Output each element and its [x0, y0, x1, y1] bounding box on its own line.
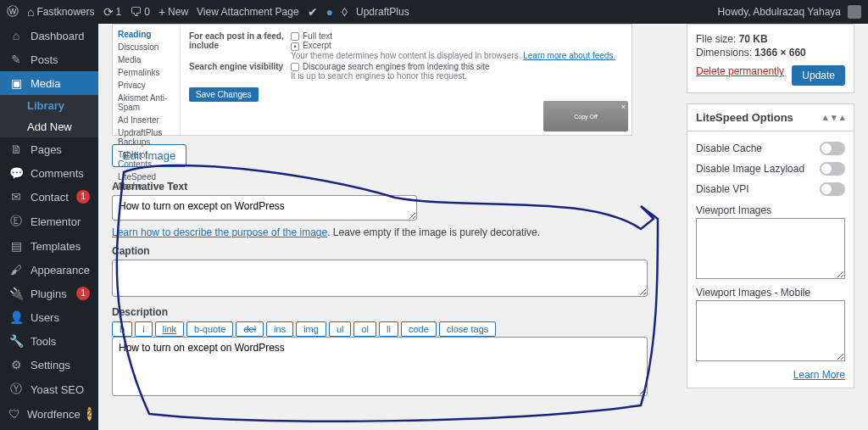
menu-elementor[interactable]: ⒺElementor: [0, 209, 98, 234]
menu-media[interactable]: ▣Media: [0, 71, 98, 95]
tab-akismet[interactable]: Akismet Anti-Spam: [113, 92, 180, 114]
learn-more-link[interactable]: Learn More: [793, 369, 845, 381]
chevron-down-icon[interactable]: ▾: [832, 112, 837, 123]
avatar[interactable]: [848, 5, 861, 19]
tab-litespeed[interactable]: LiteSpeed Cache: [113, 170, 180, 193]
attachment-preview: Reading Discussion Media Permalinks Priv…: [112, 24, 632, 136]
tab-ad-inserter[interactable]: Ad Inserter: [113, 114, 180, 126]
admin-sidebar: ⌂Dashboard ✎Posts ▣Media Library Add New…: [0, 24, 98, 430]
radio-excerpt[interactable]: [291, 42, 299, 51]
view-attachment[interactable]: View Attachment Page: [197, 6, 299, 18]
fulltext-label: Full text: [303, 31, 332, 41]
contact-icon: ✉: [8, 190, 24, 204]
menu-contact[interactable]: ✉Contact1: [0, 185, 98, 209]
qt-li[interactable]: li: [379, 321, 398, 337]
viewport-images-mobile-input[interactable]: [696, 300, 845, 361]
status-dot[interactable]: ●: [326, 5, 333, 19]
pages-icon: 🗎: [8, 142, 24, 156]
menu-appearance[interactable]: 🖌Appearance: [0, 258, 98, 282]
tab-toc[interactable]: Table of Contents: [113, 148, 180, 170]
sev-help: It is up to search engines to honor this…: [291, 71, 467, 81]
feed-help: Your theme determines how content is dis…: [291, 51, 615, 60]
tab-media[interactable]: Media: [113, 53, 180, 66]
ls-disable-cache-label: Disable Cache: [696, 142, 762, 154]
alt-text-label: Alternative Text: [112, 181, 648, 193]
tab-privacy[interactable]: Privacy: [113, 79, 180, 92]
submenu-add-new[interactable]: Add New: [0, 116, 98, 137]
description-label: Description: [112, 306, 648, 318]
ls-disable-cache-toggle[interactable]: [820, 142, 845, 155]
menu-dashboard[interactable]: ⌂Dashboard: [0, 24, 98, 47]
menu-posts[interactable]: ✎Posts: [0, 47, 98, 71]
tab-reading[interactable]: Reading: [113, 28, 180, 41]
qt-i[interactable]: i: [135, 321, 152, 337]
updraftplus[interactable]: UpdraftPlus: [356, 6, 409, 18]
qt-ol[interactable]: ol: [353, 321, 376, 337]
wp-logo[interactable]: ⓦ: [7, 4, 19, 20]
ls-disable-vpi-toggle[interactable]: [820, 182, 845, 196]
qt-bquote[interactable]: b-quote: [186, 321, 233, 337]
learn-feeds-link[interactable]: Learn more about feeds.: [523, 51, 615, 60]
new-content[interactable]: +New: [159, 5, 188, 19]
site-name[interactable]: ⌂Fastknowers: [27, 5, 95, 19]
plugins-badge: 1: [76, 287, 90, 300]
menu-pages[interactable]: 🗎Pages: [0, 137, 98, 161]
sev-label: Search engine visibility: [189, 62, 291, 81]
yoast-icon: Ⓨ: [8, 382, 24, 397]
yoast-icon[interactable]: ✔: [308, 5, 318, 19]
comments-bubble[interactable]: 🗨0: [130, 5, 150, 19]
alt-text-input[interactable]: [112, 195, 417, 221]
tab-permalinks[interactable]: Permalinks: [113, 66, 180, 79]
radio-fulltext[interactable]: [291, 32, 299, 41]
qt-code[interactable]: code: [401, 321, 437, 337]
caption-input[interactable]: [112, 260, 648, 297]
chevron-up-icon[interactable]: ▴: [823, 112, 828, 123]
delete-permanently[interactable]: Delete permanently: [696, 65, 784, 77]
viewport-images-input[interactable]: [696, 218, 845, 279]
save-changes-button[interactable]: Save Changes: [189, 87, 259, 102]
updates[interactable]: ⟳1: [103, 5, 122, 19]
qt-b[interactable]: b: [112, 321, 132, 337]
update-button[interactable]: Update: [792, 65, 845, 86]
templates-icon: ▤: [8, 239, 24, 253]
alt-help: Learn how to describe the purpose of the…: [112, 226, 648, 238]
tab-updraft[interactable]: UpdraftPlus Backups: [113, 126, 180, 148]
litespeed-box: LiteSpeed Options ▴▾▴ Disable Cache Disa…: [687, 103, 854, 388]
collapse-icon[interactable]: ▴: [840, 112, 845, 123]
sev-checkbox[interactable]: [291, 63, 299, 71]
media-icon: ▣: [8, 76, 24, 90]
menu-plugins[interactable]: 🔌Plugins1: [0, 282, 98, 305]
feed-label: For each post in a feed, include: [189, 31, 291, 60]
description-input[interactable]: [112, 337, 648, 396]
menu-tools[interactable]: 🔧Tools: [0, 329, 98, 353]
menu-wordfence[interactable]: 🛡Wordfence2: [0, 402, 98, 426]
excerpt-label: Excerpt: [303, 41, 331, 50]
publish-box: File size: 70 KB Dimensions: 1366 × 660 …: [687, 24, 854, 93]
greeting[interactable]: Howdy, Abdulrazaq Yahaya: [718, 6, 841, 18]
menu-users[interactable]: 👤Users: [0, 305, 98, 329]
posts-icon: ✎: [8, 53, 24, 66]
meta-column: File size: 70 KB Dimensions: 1366 × 660 …: [687, 24, 854, 399]
menu-yoast[interactable]: ⓎYoast SEO: [0, 377, 98, 402]
ls-disable-lazyload-toggle[interactable]: [820, 162, 845, 176]
qt-ul[interactable]: ul: [329, 321, 352, 337]
qt-del[interactable]: del: [236, 321, 264, 337]
plugins-icon: 🔌: [8, 287, 24, 300]
submenu-library[interactable]: Library: [0, 95, 98, 116]
tab-discussion[interactable]: Discussion: [113, 41, 180, 53]
menu-templates[interactable]: ▤Templates: [0, 234, 98, 258]
close-icon[interactable]: ×: [621, 103, 626, 111]
dimensions: Dimensions: 1366 × 660: [696, 47, 845, 59]
menu-comments[interactable]: 💬Comments: [0, 161, 98, 185]
qt-close[interactable]: close tags: [439, 321, 497, 337]
qt-link[interactable]: link: [155, 321, 185, 337]
qt-img[interactable]: img: [296, 321, 326, 337]
thumb-overlay: × Copy Off: [543, 101, 628, 131]
settings-icon: ⚙: [8, 358, 24, 371]
dashboard-icon: ⌂: [8, 29, 24, 42]
viewport-images-mobile-label: Viewport Images - Mobile: [696, 287, 845, 299]
menu-settings[interactable]: ⚙Settings: [0, 353, 98, 377]
qt-ins[interactable]: ins: [266, 321, 293, 337]
alt-help-link[interactable]: Learn how to describe the purpose of the…: [112, 226, 327, 238]
cache-icon[interactable]: ◊: [342, 5, 348, 19]
